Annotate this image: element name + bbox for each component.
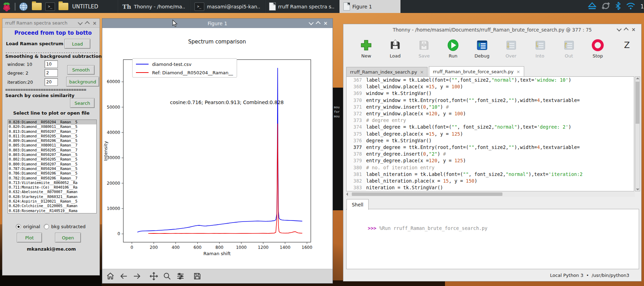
list-item[interactable]: 0.632:Abelsonite__R070007__Raman <box>8 190 96 194</box>
zoom-tool-button[interactable]: Z <box>612 35 641 53</box>
code-line[interactable]: 372entry_window.place(x =120, y = 100) <box>347 110 634 117</box>
pan-icon[interactable] <box>149 272 158 281</box>
code-line[interactable]: 381label_niteration = tk.Label(font=("",… <box>347 171 634 178</box>
code-line[interactable]: 369window = tk.StringVar() <box>347 90 634 97</box>
list-item[interactable]: 0.786:Diamond__R050206__Raman__5 <box>8 171 96 176</box>
clock[interactable]: 1 <box>640 4 644 10</box>
tab-close-icon[interactable]: × <box>420 69 424 75</box>
out-tool-button[interactable]: Out <box>554 35 583 59</box>
home-icon[interactable] <box>106 272 115 281</box>
eject-icon[interactable] <box>588 2 596 11</box>
shell-tab[interactable]: Shell <box>347 199 369 210</box>
list-item[interactable]: 0.803:Diamond__R050207__Raman__5 <box>8 152 96 157</box>
taskbar-window-2[interactable]: >_masami@raspi5-kan.. <box>190 0 265 13</box>
file-manager-icon[interactable] <box>31 1 43 12</box>
figure-shade-button[interactable] <box>309 20 314 25</box>
figure-close-button[interactable]: × <box>323 21 328 25</box>
list-item[interactable]: 0.620:Colchicine__D120005__Raman <box>8 204 96 208</box>
code-line[interactable]: 374label_degree = tk.Label(font=("", fon… <box>347 124 634 130</box>
load-button[interactable]: Load <box>64 39 90 49</box>
close-window-button[interactable]: × <box>93 21 97 25</box>
list-item[interactable]: 0.711:Monazite-(Ce)__R040106__Ra <box>8 185 96 190</box>
thonny-titlebar[interactable]: Thonny - /home/masami/Documents/rruff_Ra… <box>343 24 641 35</box>
wifi-icon[interactable] <box>626 2 636 11</box>
list-item[interactable]: 0.787:Diamond__R050204__Raman__5 <box>8 166 96 171</box>
code-line[interactable]: 382label_niteration.place(x = 15, y = 15… <box>347 178 634 184</box>
radio-bkg-subtracted[interactable]: bkg subtracted <box>44 224 85 229</box>
list-item[interactable]: 0.805:Diamond__X080011__Raman__7 <box>8 143 96 148</box>
code-line[interactable]: 367label_window = tk.Label(font=("",font… <box>347 77 634 83</box>
editor-horizontal-scrollbar[interactable] <box>346 192 635 197</box>
interpreter-path[interactable]: /usr/bin/python3 <box>592 273 629 278</box>
thonny-maximize-button[interactable] <box>624 27 629 32</box>
shell-panel[interactable]: >>> %Run rruff_Raman_brute_force_search.… <box>346 209 639 269</box>
list-item[interactable]: 0.820:Diamond__X080011__Raman__5 <box>8 124 96 129</box>
maximize-window-button[interactable] <box>85 21 90 26</box>
code-line[interactable]: 370entry_window = ttk.Entry(root,font=("… <box>347 97 634 104</box>
code-line[interactable]: 377entry_degree = ttk.Entry(root,font=("… <box>347 144 634 151</box>
back-icon[interactable] <box>119 272 128 281</box>
forward-icon[interactable] <box>132 272 142 281</box>
rruff-window-titlebar[interactable]: rruff Raman spectra search × <box>2 19 100 28</box>
list-item[interactable]: 0.782:Diamond__R050206__Raman__7 <box>8 176 96 181</box>
list-item[interactable]: 0.618:Rosemaryite__R140519__Rama <box>8 209 96 213</box>
code-line[interactable]: 375label_degree.place(x =15, y = 125) <box>347 131 634 137</box>
plot-button[interactable]: Plot <box>17 233 42 243</box>
code-line[interactable]: 380# no. of iteration entry <box>347 164 634 171</box>
list-item[interactable]: 0.713:Viitaniemiite__R060052__Ra <box>8 181 96 185</box>
subplot-config-icon[interactable] <box>176 272 185 281</box>
code-line[interactable]: 379entry_degree.place(x =120, y = 125) <box>347 157 634 164</box>
untitled-folder-icon[interactable] <box>57 1 69 12</box>
list-item[interactable]: 0.800:Diamond__R050207__Raman__5 <box>8 162 96 166</box>
taskbar-window-4[interactable]: Figure 1 <box>339 0 401 13</box>
terminal-launcher-icon[interactable]: >_ <box>44 1 56 12</box>
raspberry-menu-icon[interactable] <box>1 1 13 12</box>
list-item[interactable]: 0.624:Aspirin__D120021__Raman__5 <box>8 199 96 204</box>
save-tool-button[interactable]: Save <box>410 35 439 59</box>
updates-sync-icon[interactable] <box>601 2 610 12</box>
results-listbox[interactable]: 0.828:Diamond__R050204__Raman__50.820:Di… <box>8 120 97 213</box>
code-line[interactable]: 383niteration = tk.StringVar() <box>347 184 634 191</box>
shade-window-button[interactable] <box>78 20 83 25</box>
list-item[interactable]: 0.809:Diamond__R050206__Raman__5 <box>8 138 96 143</box>
degree-param-entry[interactable]: 2 <box>44 69 58 77</box>
over-tool-button[interactable]: Over <box>496 35 526 59</box>
save-figure-icon[interactable] <box>193 272 202 281</box>
code-line[interactable]: 378entry_degree.insert(0,"2") # <box>347 151 634 157</box>
open-button[interactable]: Open <box>55 233 81 243</box>
taskbar-window-1[interactable]: ThThonny - /home/ma.. <box>118 0 190 13</box>
code-editor[interactable]: 367label_window = tk.Label(font=("",font… <box>346 76 634 191</box>
iteration-param-entry[interactable]: 20 <box>44 78 58 86</box>
debug-tool-button[interactable]: Debug <box>467 35 496 59</box>
new-tool-button[interactable]: New <box>352 35 381 59</box>
list-item[interactable]: 0.803:Diamond__R050205__Raman__7 <box>8 148 96 152</box>
into-tool-button[interactable]: Into <box>526 35 555 59</box>
list-item[interactable]: 0.828:Diamond__R050204__Raman__5 <box>8 120 96 124</box>
code-line[interactable]: 371entry_window.insert(0,"10") # <box>347 104 634 110</box>
code-line[interactable]: 376degree = tk.StringVar() <box>347 137 634 144</box>
figure-titlebar[interactable]: Figure 1 × <box>102 19 333 28</box>
background-button[interactable]: background <box>66 77 99 87</box>
list-item[interactable]: 0.802:Diamond__R050205__Raman__5 <box>8 157 96 162</box>
list-item[interactable]: 0.628:Starkeyite__R060321__Raman <box>8 195 96 199</box>
smooth-button[interactable]: Smooth <box>67 65 95 75</box>
bluetooth-icon[interactable] <box>615 2 621 12</box>
stop-tool-button[interactable]: Stop <box>583 35 612 59</box>
editor-vertical-scrollbar[interactable] <box>635 76 640 191</box>
window-param-entry[interactable]: 10 <box>44 60 58 68</box>
radio-original[interactable]: original <box>16 224 40 229</box>
code-line[interactable]: 373# degree entry <box>347 117 634 124</box>
interpreter-label[interactable]: Local Python 3 <box>550 273 583 278</box>
tab-close-icon[interactable]: × <box>516 69 520 74</box>
terminal-window-edge[interactable]: mou for mou <box>333 88 343 210</box>
editor-tab[interactable]: rruff_Raman_brute_force_search.py× <box>429 66 524 77</box>
editor-tab[interactable]: rruff_Raman_index_search.py× <box>346 67 427 77</box>
code-line[interactable]: 368label_window.place(x =15, y = 100) <box>347 83 634 90</box>
search-button[interactable]: Search <box>70 98 95 108</box>
taskbar-window-3[interactable]: rruff Raman spectra s.. <box>265 0 339 13</box>
thonny-close-button[interactable]: × <box>631 28 636 31</box>
list-item[interactable]: 0.813:Diamond__R050207__Raman__7 <box>8 129 96 134</box>
figure-maximize-button[interactable] <box>316 21 321 26</box>
run-tool-button[interactable]: Run <box>439 35 468 59</box>
web-browser-icon[interactable] <box>18 1 29 12</box>
